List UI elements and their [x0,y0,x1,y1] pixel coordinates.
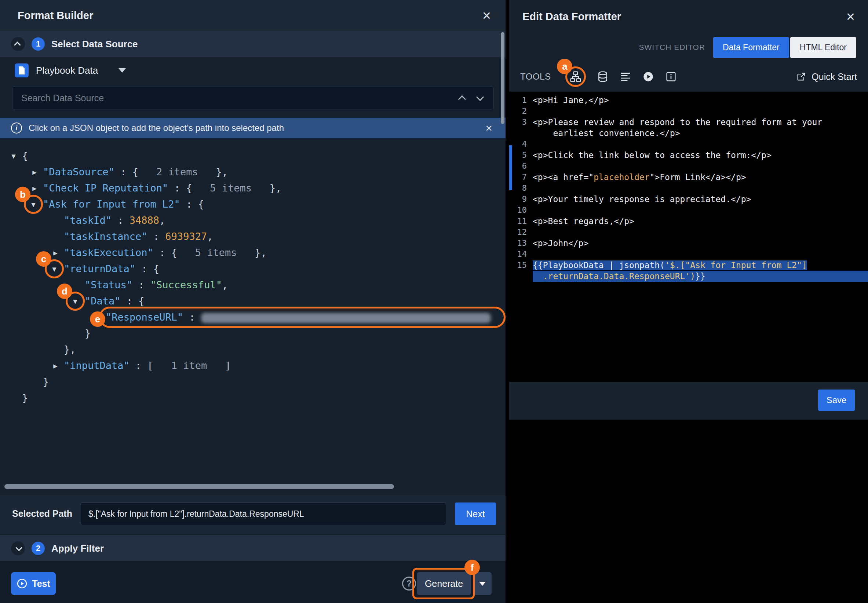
edit-data-formatter-panel: Edit Data Formatter × SWITCH EDITOR Data… [509,0,868,603]
line-number: 2 [509,106,533,117]
quick-start-button[interactable]: Quick Start [796,71,857,82]
line-number: 12 [509,227,533,238]
format-builder-footer: Test ? Generate f [0,561,506,603]
banner-close-icon[interactable]: × [485,122,492,134]
line-number: 5 [509,150,533,161]
tree-row[interactable]: } [0,325,506,342]
expand-section-button[interactable] [11,541,25,555]
test-button[interactable]: Test [11,572,56,595]
line-number: 13 [509,238,533,249]
generate-dropdown-button[interactable] [473,572,492,595]
code-text: <p>Click the link below to access the fo… [533,150,868,161]
tree-row[interactable]: "taskInstance" : 6939327, [0,229,506,245]
code-text: <p>Please review and respond to the requ… [533,117,868,128]
code-editor[interactable]: 1<p>Hi Jane,</p>23<p>Please review and r… [509,92,868,382]
expand-node-icon[interactable]: ▶ [28,164,41,180]
info-square-icon [665,71,677,82]
tree-row[interactable]: ▼{ [0,148,506,164]
tree-row[interactable]: "Status" : "Successful", [0,277,506,293]
section-title: Select Data Source [51,39,138,50]
code-line: 6 [509,161,868,172]
section-select-data-source[interactable]: 1 Select Data Source [0,31,506,57]
info-tool-button[interactable] [665,71,677,82]
line-number [509,271,533,282]
selected-text: {{PlaybookData | jsonpath('$.["Ask for I… [533,260,807,270]
collapse-section-button[interactable] [11,37,25,51]
annotation-a-ring: a [565,66,586,87]
code-line: 1<p>Hi Jane,</p> [509,94,868,106]
code-line: 9<p>Your timely response is appreciated.… [509,194,868,205]
tree-row[interactable]: ▼"returnData" : {c [0,261,506,277]
tree-row[interactable]: ▶"Check IP Reputation" : { 5 items }, [0,180,506,196]
code-text: <p>Hi Jane,</p> [533,94,868,106]
json-tree[interactable]: ▼{▶"DataSource" : { 2 items },▶"Check IP… [0,138,506,483]
annotation-badge-c: c [36,251,51,267]
next-button[interactable]: Next [455,502,496,525]
code-text: earliest convenience.</p> [533,128,868,139]
code-text: <p>John</p> [533,238,868,249]
text-lines-tool-button[interactable] [620,71,631,82]
tree-row[interactable]: } [0,390,506,406]
editor-tab-group: Data Formatter HTML Editor [713,37,856,58]
save-button[interactable]: Save [818,390,855,411]
line-number: 15 [509,260,533,271]
line-number: 4 [509,139,533,150]
tree-row[interactable]: "ResponseURL" : e [0,309,506,325]
code-line: 14 [509,249,868,260]
generate-button[interactable]: Generate [417,572,471,595]
tree-row[interactable]: }, [0,342,506,358]
code-line: 15{{PlaybookData | jsonpath('$.["Ask for… [509,260,868,271]
tab-html-editor[interactable]: HTML Editor [790,37,856,58]
search-input[interactable] [12,87,494,109]
tree-row[interactable]: "taskId" : 34888, [0,212,506,229]
help-icon[interactable]: ? [402,577,416,591]
close-icon[interactable]: × [483,8,491,23]
close-icon[interactable]: × [846,9,855,24]
info-banner-text: Click on a JSON object to add the object… [29,123,284,133]
external-link-icon [796,71,806,82]
tree-row[interactable]: ▶"taskExecution" : { 5 items }, [0,245,506,261]
code-line: .returnData.Data.ResponseURL')}} [509,271,868,282]
section-title: Apply Filter [51,543,104,554]
tab-data-formatter[interactable]: Data Formatter [713,37,789,58]
code-line: 7<p><a href="placeholder">Form Link</a><… [509,172,868,182]
play-circle-icon [17,578,28,589]
section-apply-filter[interactable]: 2 Apply Filter [0,535,506,561]
code-line: 5<p>Click the link below to access the f… [509,150,868,161]
tool-icons: a [565,69,677,85]
chevron-down-icon [119,68,126,73]
step-badge-1: 1 [31,37,45,51]
switch-editor-label: SWITCH EDITOR [639,43,705,52]
database-tool-button[interactable] [597,71,609,82]
line-number [509,128,533,139]
code-text: .returnData.Data.ResponseURL')}} [533,271,868,282]
data-tree-tool-button[interactable] [569,71,582,82]
save-bar: Save [509,382,868,420]
chevron-down-icon [479,582,486,586]
selected-path-input[interactable] [81,502,446,525]
code-text: <p>Best regards,</p> [533,216,868,227]
tree-row[interactable]: } [0,374,506,390]
annotation-badge-f: f [464,560,480,575]
collapse-node-icon[interactable]: ▼ [7,148,20,164]
line-number: 10 [509,205,533,216]
tree-row[interactable]: ▶"DataSource" : { 2 items }, [0,164,506,180]
run-tool-button[interactable] [642,71,654,82]
code-text [533,161,868,172]
horizontal-scrollbar[interactable] [5,484,394,489]
code-text [533,205,868,216]
code-text [533,139,868,150]
sitemap-icon [569,71,582,82]
vertical-scrollbar[interactable] [501,32,504,124]
format-builder-header: Format Builder × [0,0,506,31]
data-source-selector[interactable]: Playbook Data [0,57,506,83]
expand-node-icon[interactable]: ▶ [49,358,62,374]
tree-row[interactable]: ▶"inputData" : [ 1 item ] [0,358,506,374]
tree-row[interactable]: ▼"Ask for Input from L2" : {b [0,196,506,212]
format-builder-title: Format Builder [18,9,93,22]
tree-row[interactable]: ▼"Data" : {d [0,293,506,309]
annotation-badge-b: b [15,187,31,202]
chevron-up-icon [14,42,20,48]
format-builder-panel: Format Builder × 1 Select Data Source Pl… [0,0,506,603]
code-text: {{PlaybookData | jsonpath('$.["Ask for I… [533,260,868,271]
